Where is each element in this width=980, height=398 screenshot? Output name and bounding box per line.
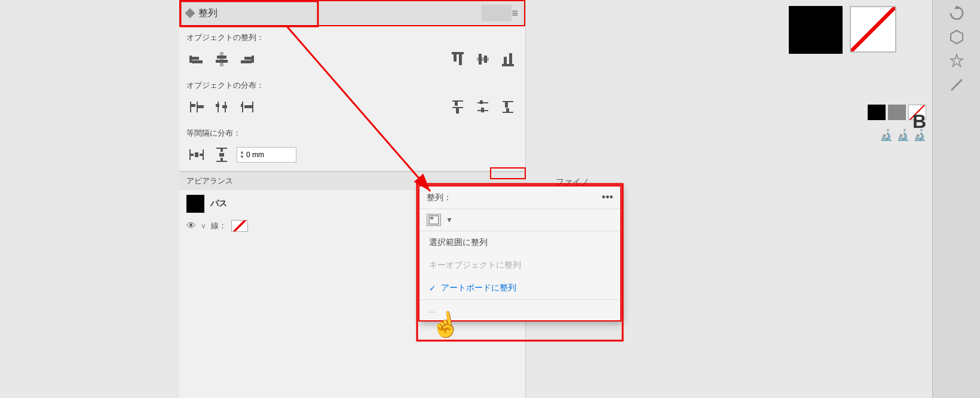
- svg-rect-32: [452, 107, 463, 108]
- spinner-down[interactable]: ▼: [240, 155, 244, 160]
- svg-rect-15: [502, 64, 514, 66]
- dist-right-icon[interactable]: [237, 97, 257, 117]
- svg-rect-51: [220, 158, 223, 161]
- dist-top-v-icon[interactable]: [448, 97, 468, 117]
- svg-rect-45: [195, 152, 198, 157]
- bold-b-label: B: [912, 111, 926, 133]
- chevron-icon[interactable]: ∨: [201, 222, 206, 230]
- black-swatch[interactable]: [868, 105, 886, 120]
- svg-rect-46: [200, 154, 203, 156]
- path-label: パス: [210, 198, 227, 209]
- stroke-label: 線：: [211, 221, 226, 231]
- line-icon[interactable]: [946, 74, 967, 96]
- svg-rect-33: [456, 108, 459, 114]
- dropdown-item-key-object: キーオブジェクトに整列: [419, 254, 620, 277]
- svg-rect-41: [506, 108, 509, 112]
- svg-rect-4: [217, 56, 226, 59]
- svg-rect-48: [216, 161, 227, 162]
- panel-menu-icon[interactable]: ≡: [512, 7, 518, 20]
- svg-rect-7: [244, 57, 252, 60]
- svg-rect-3: [220, 52, 223, 66]
- panel-header: 整列 ≡: [179, 0, 525, 26]
- stroke-swatch[interactable]: [231, 220, 248, 232]
- svg-rect-28: [252, 102, 253, 112]
- svg-marker-53: [951, 30, 963, 44]
- align-left-edge-icon[interactable]: [186, 49, 207, 69]
- svg-rect-31: [455, 102, 458, 106]
- dropdown-align-label: 整列：: [427, 192, 452, 203]
- svg-rect-21: [198, 105, 204, 108]
- align-right-edge-icon[interactable]: [237, 49, 257, 69]
- svg-rect-18: [190, 102, 191, 112]
- gray-swatch[interactable]: [888, 105, 906, 120]
- eye-icon[interactable]: 👁: [186, 221, 196, 231]
- svg-rect-1: [192, 57, 199, 60]
- svg-rect-30: [452, 100, 463, 102]
- svg-rect-19: [191, 104, 195, 107]
- canvas-black-square: [789, 6, 843, 54]
- dist-bottom-v-icon[interactable]: [498, 97, 518, 117]
- align-center-v-icon[interactable]: [473, 49, 493, 69]
- svg-rect-49: [220, 149, 223, 152]
- svg-rect-16: [504, 57, 507, 64]
- svg-rect-50: [219, 153, 224, 157]
- svg-rect-10: [454, 54, 457, 62]
- svg-rect-47: [216, 148, 227, 149]
- spacing-h-icon[interactable]: [186, 145, 207, 165]
- svg-rect-43: [203, 149, 204, 160]
- svg-rect-6: [252, 56, 254, 63]
- svg-rect-38: [503, 101, 513, 102]
- dropdown-header: 整列： •••: [419, 186, 620, 209]
- panel-title: 整列: [198, 7, 477, 20]
- spinner-control[interactable]: ▲ ▼: [240, 150, 244, 160]
- svg-rect-27: [241, 104, 243, 107]
- spacing-row: ▲ ▼ 0 mm: [179, 142, 525, 171]
- svg-rect-13: [479, 54, 482, 65]
- distribute-icons-row: [179, 94, 525, 122]
- dist-center-v-icon[interactable]: [473, 97, 493, 117]
- spacing-input-wrapper: ▲ ▼ 0 mm: [237, 147, 296, 163]
- diamond-icon: [185, 8, 195, 19]
- dropdown-dots[interactable]: •••: [602, 191, 613, 204]
- spacing-input[interactable]: 0 mm: [246, 151, 282, 159]
- svg-rect-57: [430, 217, 433, 219]
- dropdown-item-artboard[interactable]: ✓ アートボードに整列: [419, 277, 620, 299]
- svg-rect-39: [505, 102, 508, 108]
- svg-rect-35: [480, 100, 483, 104]
- align-bottom-edge-icon[interactable]: [498, 49, 518, 69]
- svg-rect-17: [509, 53, 512, 64]
- svg-rect-8: [241, 60, 252, 63]
- hexagon-icon[interactable]: [946, 26, 967, 48]
- svg-rect-14: [484, 56, 487, 63]
- svg-rect-5: [216, 60, 228, 63]
- header-swatch: [482, 5, 512, 22]
- svg-marker-54: [951, 54, 963, 66]
- align-top-edge-icon[interactable]: [448, 49, 468, 69]
- svg-rect-25: [222, 105, 227, 108]
- eyedropper-icon-2[interactable]: 🔬: [896, 128, 909, 142]
- svg-rect-42: [189, 149, 191, 160]
- svg-rect-44: [191, 154, 194, 156]
- chevron-down-icon[interactable]: ▼: [446, 216, 453, 224]
- fill-swatch[interactable]: [186, 195, 204, 213]
- equal-spacing-label: 等間隔に分布：: [179, 122, 525, 142]
- dist-left-icon[interactable]: [186, 97, 207, 117]
- hand-cursor-annotation: ☝: [428, 308, 462, 341]
- svg-rect-37: [481, 108, 484, 112]
- svg-rect-40: [503, 112, 513, 113]
- dropdown-item-selection[interactable]: 選択範囲に整列: [419, 231, 620, 254]
- svg-rect-23: [216, 104, 219, 107]
- canvas-stroke-swatch: [850, 6, 896, 53]
- svg-line-55: [951, 79, 962, 90]
- star-icon[interactable]: [946, 50, 967, 72]
- align-center-h-icon[interactable]: [212, 49, 232, 69]
- object-align-label: オブジェクトの整列：: [179, 26, 525, 47]
- annotation-highlight: [490, 167, 526, 179]
- spacing-v-icon[interactable]: [212, 145, 232, 165]
- eyedropper-icon-1[interactable]: 🔬: [880, 128, 893, 142]
- align-dropdown-popup: 整列： ••• ▼ 選択範囲に整列 キーオブジェクトに整列 ✓ アートボードに整…: [418, 185, 621, 322]
- rotate-icon[interactable]: [946, 2, 967, 24]
- checkmark-icon: ✓: [429, 283, 436, 293]
- dist-center-icon[interactable]: [212, 97, 232, 117]
- page-icon[interactable]: [427, 214, 441, 226]
